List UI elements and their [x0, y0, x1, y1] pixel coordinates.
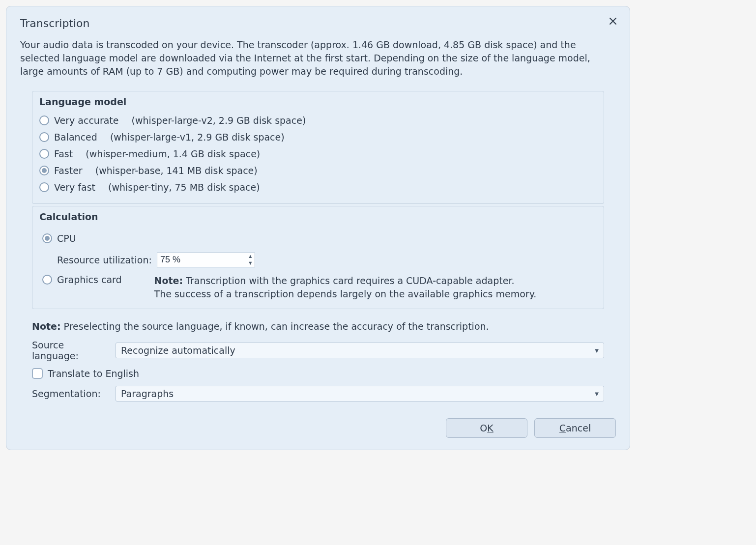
gpu-note-line1: Transcription with the graphics card req… [183, 275, 514, 286]
calculation-group: Calculation CPU Resource utilization: ▲ … [32, 206, 604, 309]
radio-gpu[interactable]: Graphics card [42, 274, 122, 285]
radio-icon [39, 132, 49, 142]
dialog-title: Transcription [20, 17, 90, 29]
spin-up-button[interactable]: ▲ [246, 253, 255, 260]
source-language-label: Source language: [32, 340, 109, 361]
source-language-select[interactable]: Recognize automatically ▼ [116, 343, 604, 358]
spin-buttons: ▲ ▼ [246, 253, 255, 267]
segmentation-label: Segmentation: [32, 388, 109, 399]
radio-balanced[interactable]: Balanced (whisper-large-v1, 2.9 GB disk … [39, 129, 597, 145]
resource-input[interactable] [157, 253, 246, 267]
radio-label: Very accurate [54, 115, 118, 126]
radio-label: Fast [54, 148, 73, 159]
radio-icon [39, 115, 49, 125]
cancel-button[interactable]: Cancel [534, 418, 616, 438]
titlebar: Transcription [20, 17, 616, 29]
calculation-title: Calculation [39, 211, 597, 222]
spin-down-button[interactable]: ▼ [246, 260, 255, 267]
radio-detail: (whisper-large-v2, 2.9 GB disk space) [132, 115, 306, 126]
radio-label: Faster [54, 165, 83, 176]
translate-checkbox-row[interactable]: Translate to English [32, 368, 604, 379]
note-label: Note: [154, 275, 183, 286]
radio-icon [42, 275, 52, 285]
radio-icon [39, 182, 49, 192]
gpu-note-line2: The success of a transcription depends l… [154, 288, 537, 299]
language-model-title: Language model [39, 96, 597, 107]
radio-faster[interactable]: Faster (whisper-base, 141 MB disk space) [39, 162, 597, 179]
close-button[interactable] [607, 15, 619, 27]
dialog-content: Language model Very accurate (whisper-la… [20, 91, 616, 402]
radio-detail: (whisper-large-v1, 2.9 GB disk space) [110, 132, 285, 143]
radio-icon [39, 166, 49, 175]
source-note: Note: Preselecting the source language, … [32, 320, 604, 333]
description-text: Your audio data is transcoded on your de… [20, 38, 616, 78]
resource-spinbox[interactable]: ▲ ▼ [157, 253, 255, 267]
ok-button[interactable]: OK [446, 418, 527, 438]
radio-fast[interactable]: Fast (whisper-medium, 1.4 GB disk space) [39, 145, 597, 162]
radio-label: Very fast [54, 182, 95, 193]
radio-icon [39, 149, 49, 159]
radio-label: Balanced [54, 132, 97, 143]
radio-very-accurate[interactable]: Very accurate (whisper-large-v2, 2.9 GB … [39, 112, 597, 129]
translate-label: Translate to English [48, 368, 139, 379]
resource-label: Resource utilization: [57, 255, 152, 265]
radio-very-fast[interactable]: Very fast (whisper-tiny, 75 MB disk spac… [39, 179, 597, 196]
select-value: Paragraphs [121, 388, 174, 399]
translate-checkbox[interactable] [32, 368, 43, 379]
button-row: OK Cancel [20, 418, 616, 438]
segmentation-select[interactable]: Paragraphs ▼ [116, 386, 604, 402]
source-language-row: Source language: Recognize automatically… [32, 340, 604, 361]
segmentation-row: Segmentation: Paragraphs ▼ [32, 386, 604, 402]
radio-detail: (whisper-base, 141 MB disk space) [95, 165, 258, 176]
gpu-note: Note: Transcription with the graphics ca… [154, 274, 537, 301]
transcription-dialog: Transcription Your audio data is transco… [6, 6, 630, 450]
close-icon [609, 17, 617, 25]
radio-icon [42, 233, 52, 243]
chevron-down-icon: ▼ [595, 348, 599, 353]
source-note-text: Preselecting the source language, if kno… [61, 321, 489, 332]
language-model-group: Language model Very accurate (whisper-la… [32, 91, 604, 204]
note-label: Note: [32, 321, 61, 332]
radio-label: Graphics card [57, 274, 122, 285]
radio-cpu[interactable]: CPU [42, 230, 597, 247]
select-value: Recognize automatically [121, 345, 235, 356]
gpu-row: Graphics card Note: Transcription with t… [42, 274, 597, 301]
resource-utilization-row: Resource utilization: ▲ ▼ [57, 253, 597, 267]
radio-detail: (whisper-tiny, 75 MB disk space) [108, 182, 260, 193]
radio-detail: (whisper-medium, 1.4 GB disk space) [86, 148, 260, 159]
radio-label: CPU [57, 233, 76, 244]
chevron-down-icon: ▼ [595, 391, 599, 397]
